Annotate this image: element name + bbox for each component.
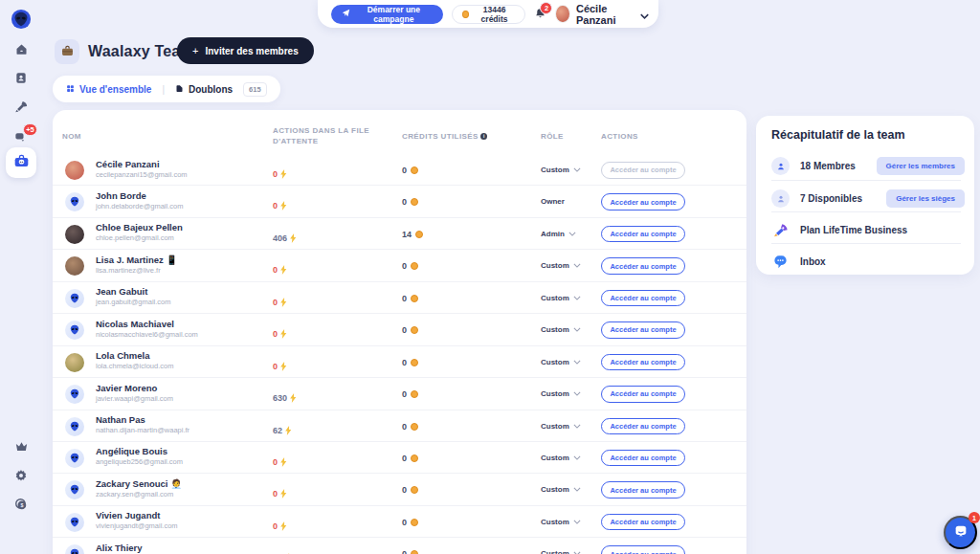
credits-cell: 0 bbox=[402, 325, 418, 335]
summary-inbox-row[interactable]: Inbox bbox=[771, 246, 965, 277]
queue-count: 0 bbox=[273, 298, 278, 307]
role-select[interactable]: Custom bbox=[541, 358, 581, 366]
access-account-button[interactable]: Accéder au compte bbox=[601, 290, 685, 307]
coin-icon bbox=[411, 454, 418, 462]
table-row: Alix Thiery 12 0 Custom Accéder au com bbox=[53, 538, 746, 554]
table-row: Cécile Panzani cecilepanzani15@gmail.com… bbox=[53, 154, 746, 186]
access-account-button[interactable]: Accéder au compte bbox=[601, 450, 685, 467]
credits-count: 0 bbox=[402, 389, 407, 399]
tab-duplicates[interactable]: Doublons bbox=[175, 84, 233, 95]
member-avatar bbox=[65, 225, 84, 244]
access-account-button[interactable]: Accéder au compte bbox=[601, 321, 685, 339]
member-avatar bbox=[65, 480, 84, 499]
role-select[interactable]: Custom bbox=[541, 518, 581, 526]
role-label: Custom bbox=[541, 325, 569, 334]
member-avatar bbox=[65, 544, 84, 554]
sidebar-item-home[interactable] bbox=[0, 42, 42, 56]
sidebar-item-team[interactable] bbox=[6, 147, 36, 178]
queue-count: 0 bbox=[273, 457, 278, 467]
access-account-button[interactable]: Accéder au compte bbox=[601, 193, 685, 211]
role-select[interactable]: Custom bbox=[541, 549, 581, 554]
table-row: Javier Moreno javier.waapi@gmail.com 630… bbox=[53, 378, 746, 410]
plan-rocket-icon bbox=[771, 223, 790, 238]
sidebar-item-credits[interactable]: $ bbox=[0, 498, 42, 511]
credits-cell: 0 bbox=[402, 358, 418, 367]
coin-icon bbox=[411, 262, 418, 270]
credits-counter[interactable]: 13446 crédits bbox=[452, 5, 526, 24]
chevron-down-icon bbox=[573, 166, 581, 174]
sidebar-item-settings[interactable] bbox=[0, 469, 42, 482]
role-label: Custom bbox=[541, 261, 569, 270]
role-select[interactable]: Owner bbox=[541, 197, 565, 206]
role-select[interactable]: Admin bbox=[541, 230, 576, 238]
tab-overview[interactable]: Vue d'ensemble bbox=[66, 84, 151, 95]
member-avatar bbox=[65, 289, 84, 308]
queue-cell: 406 bbox=[273, 230, 297, 247]
lightning-icon bbox=[280, 197, 287, 214]
sidebar-item-logo[interactable] bbox=[0, 9, 42, 30]
member-email: cecilepanzani15@gmail.com bbox=[96, 170, 188, 179]
role-select[interactable]: Custom bbox=[541, 166, 581, 174]
member-email: lisa.martinez@live.fr bbox=[96, 266, 161, 275]
manage-members-button[interactable]: Gérer les membres bbox=[877, 157, 966, 175]
grid-icon bbox=[66, 84, 75, 95]
queue-cell: 0 bbox=[273, 261, 287, 278]
waalaxy-logo-icon bbox=[11, 9, 32, 30]
coin-icon bbox=[411, 295, 418, 302]
role-select[interactable]: Custom bbox=[541, 485, 581, 494]
role-select[interactable]: Custom bbox=[541, 454, 581, 462]
role-select[interactable]: Custom bbox=[541, 422, 581, 431]
credits-cell: 0 bbox=[402, 261, 418, 271]
messages-badge: +5 bbox=[23, 123, 37, 136]
invite-members-button[interactable]: + Inviter des membres bbox=[177, 37, 314, 64]
member-name: Nathan Pas bbox=[96, 414, 145, 425]
col-role: RÔLE bbox=[541, 132, 564, 141]
access-account-button[interactable]: Accéder au compte bbox=[601, 354, 685, 371]
access-account-button[interactable]: Accéder au compte bbox=[601, 481, 685, 499]
sidebar-item-campaigns[interactable] bbox=[0, 100, 42, 114]
access-account-button[interactable]: Accéder au compte bbox=[601, 545, 685, 554]
notifications-button[interactable]: 2 bbox=[534, 7, 546, 22]
role-select[interactable]: Custom bbox=[541, 261, 581, 270]
sidebar-item-contacts[interactable] bbox=[0, 71, 42, 85]
person-outline-icon bbox=[771, 189, 790, 208]
col-name: NOM bbox=[62, 132, 81, 141]
access-account-button[interactable]: Accéder au compte bbox=[601, 162, 685, 179]
member-name: Chloe Bajeux Pellen bbox=[96, 222, 183, 233]
credits-cell: 0 bbox=[402, 294, 418, 303]
chevron-down-icon bbox=[640, 6, 649, 23]
access-account-button[interactable]: Accéder au compte bbox=[601, 418, 685, 435]
lightning-icon bbox=[285, 549, 292, 554]
role-select[interactable]: Custom bbox=[541, 389, 581, 398]
access-account-button[interactable]: Accéder au compte bbox=[601, 514, 685, 531]
coin-icon bbox=[411, 359, 418, 366]
chevron-down-icon bbox=[573, 261, 581, 270]
col-queue: ACTIONS DANS LA FILE D'ATTENTE bbox=[273, 126, 380, 147]
start-campaign-button[interactable]: Démarrer une campagne bbox=[331, 5, 443, 24]
sidebar-item-premium[interactable] bbox=[0, 440, 42, 453]
role-select[interactable]: Custom bbox=[541, 294, 581, 302]
lightning-icon bbox=[280, 166, 287, 183]
lightning-icon bbox=[285, 422, 292, 439]
access-account-button[interactable]: Accéder au compte bbox=[601, 386, 685, 403]
credits-count: 0 bbox=[402, 166, 407, 175]
coin-icon bbox=[411, 326, 418, 334]
user-menu[interactable]: Cécile Panzani bbox=[555, 3, 649, 26]
table-row: John Borde john.delaborde@gmail.com 0 0 … bbox=[53, 186, 746, 217]
queue-count: 0 bbox=[273, 362, 278, 371]
role-label: Custom bbox=[541, 422, 569, 431]
crown-icon bbox=[14, 440, 29, 453]
queue-count: 630 bbox=[273, 393, 287, 403]
credits-count: 0 bbox=[402, 454, 407, 463]
queue-cell: 0 bbox=[273, 518, 287, 535]
access-account-button[interactable]: Accéder au compte bbox=[601, 226, 685, 243]
sidebar-item-messages[interactable]: +5 bbox=[0, 130, 42, 144]
member-name: Javier Moreno bbox=[96, 383, 157, 393]
manage-seats-button[interactable]: Gérer les sièges bbox=[886, 189, 965, 208]
access-account-button[interactable]: Accéder au compte bbox=[601, 257, 685, 275]
lightning-icon bbox=[290, 389, 297, 407]
role-select[interactable]: Custom bbox=[541, 325, 581, 334]
coin-icon bbox=[411, 550, 418, 554]
queue-cell: 0 bbox=[273, 166, 287, 183]
chat-fab-icon bbox=[953, 523, 969, 542]
